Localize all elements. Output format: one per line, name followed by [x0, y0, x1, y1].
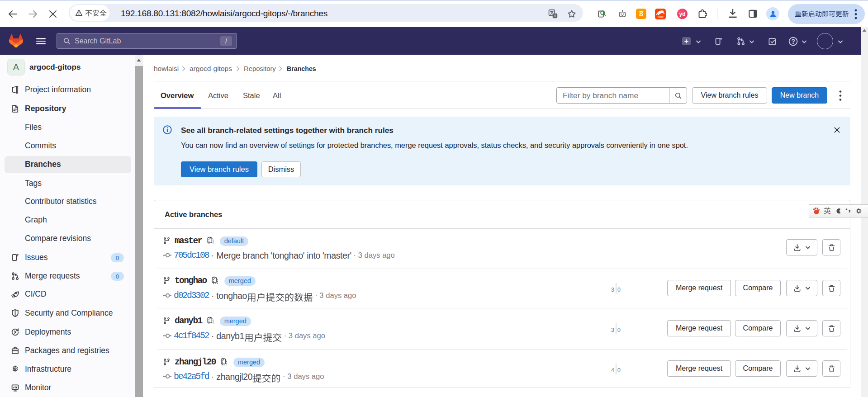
svg-text:1688: 1688: [657, 16, 664, 19]
svg-text:A: A: [554, 14, 556, 18]
